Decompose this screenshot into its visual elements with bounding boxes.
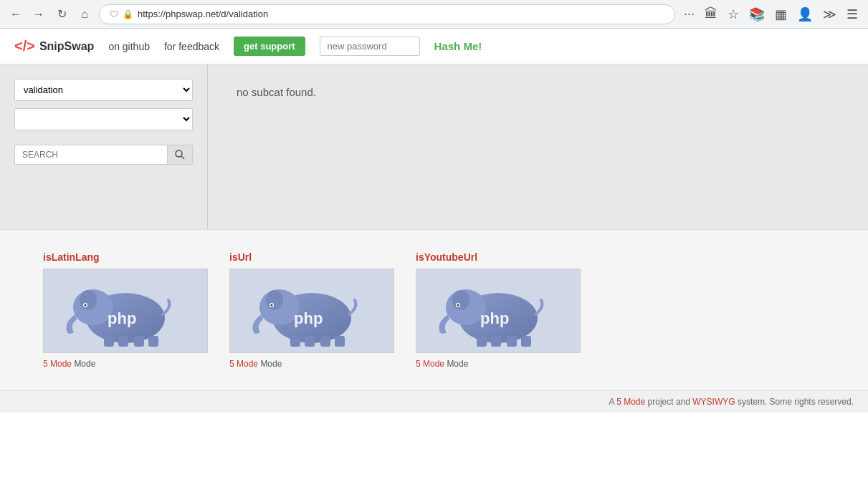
star-icon[interactable]: ☆ (725, 5, 742, 24)
browser-chrome: ← → ↻ ⌂ 🛡 🔒 https://phpswap.net/d/valida… (0, 0, 868, 29)
snippet-card: isUrl (229, 251, 394, 369)
svg-point-6 (85, 304, 87, 307)
svg-rect-8 (118, 336, 128, 347)
svg-rect-19 (320, 336, 330, 347)
footer-text-end: system. Some rights reserved. (738, 397, 854, 407)
php-elephant-svg-2: php (240, 275, 383, 347)
browser-toolbar-icons: ··· 🏛 ☆ 📚 ▦ 👤 ≫ ☰ (681, 5, 861, 24)
footer-text-prefix: A (609, 397, 616, 407)
svg-rect-30 (521, 336, 531, 347)
svg-rect-9 (134, 336, 144, 347)
subcat-select[interactable] (14, 108, 193, 130)
mode-link-is-youtube-url[interactable]: 5 Mode (416, 359, 444, 369)
category-select[interactable]: validation (14, 79, 193, 101)
footer-wysiwyg-link[interactable]: WYSIWYG (692, 397, 735, 407)
reader-view-icon[interactable]: ▦ (772, 5, 790, 24)
svg-rect-18 (305, 336, 315, 347)
svg-rect-29 (507, 336, 517, 347)
logo-text: SnipSwap (39, 40, 94, 53)
reload-button[interactable]: ↻ (53, 6, 70, 23)
library-icon[interactable]: 📚 (746, 5, 768, 24)
svg-rect-17 (290, 336, 300, 347)
forward-button[interactable]: → (30, 6, 47, 23)
snippet-mode-is-youtube-url: 5 Mode Mode (416, 359, 581, 369)
menu-icon[interactable]: ☰ (844, 5, 861, 24)
hash-me-label[interactable]: Hash Me! (434, 40, 482, 52)
mode-link-is-url[interactable]: 5 Mode (229, 359, 258, 369)
more-options-icon[interactable]: ··· (681, 5, 697, 23)
snippet-image-is-latin-lang[interactable]: php (43, 269, 208, 353)
extensions-icon[interactable]: ≫ (820, 5, 839, 24)
snippet-image-is-youtube-url[interactable]: php (416, 269, 581, 353)
main-content: validation no subcat found. (0, 64, 868, 229)
address-bar: 🛡 🔒 https://phpswap.net/d/validation (99, 4, 675, 24)
search-button[interactable] (167, 145, 193, 165)
snippet-mode-is-latin-lang: 5 Mode Mode (43, 359, 208, 369)
svg-rect-7 (104, 336, 114, 347)
svg-text:php: php (108, 309, 136, 327)
svg-point-24 (452, 290, 469, 310)
snippet-card: isLatinLang (43, 251, 208, 369)
bookmarks-icon[interactable]: 🏛 (702, 5, 720, 23)
snippet-mode-is-url: 5 Mode Mode (229, 359, 394, 369)
svg-point-26 (457, 304, 459, 307)
svg-text:php: php (294, 309, 323, 327)
snippet-title-is-url[interactable]: isUrl (229, 251, 394, 263)
url-display[interactable]: https://phpswap.net/d/validation (138, 9, 664, 19)
php-elephant-svg-3: php (426, 275, 570, 347)
shield-icon: 🛡 (110, 9, 118, 19)
footer-mode-link[interactable]: 5 Mode (616, 397, 645, 407)
app-header: </> SnipSwap on github for feedback get … (0, 29, 868, 64)
svg-rect-20 (335, 336, 345, 347)
php-elephant-svg: php (54, 275, 197, 347)
svg-point-14 (266, 290, 283, 310)
svg-line-1 (181, 156, 184, 159)
snippet-title-is-youtube-url[interactable]: isYoutubeUrl (416, 251, 581, 263)
snippet-title-is-latin-lang[interactable]: isLatinLang (43, 251, 208, 263)
footer: A 5 Mode project and WYSIWYG system. Som… (0, 390, 868, 413)
svg-point-4 (80, 290, 97, 310)
svg-rect-28 (491, 336, 501, 347)
snippets-section: isLatinLang (0, 229, 868, 390)
home-button[interactable]: ⌂ (76, 6, 93, 23)
profile-icon[interactable]: 👤 (794, 5, 816, 24)
github-link[interactable]: on github (108, 41, 150, 52)
svg-point-16 (271, 304, 273, 307)
snippet-card: isYoutubeUrl (416, 251, 581, 369)
footer-text-middle: project and (648, 397, 693, 407)
no-subcat-message: no subcat found. (237, 86, 839, 98)
search-row (14, 145, 193, 165)
snippets-grid: isLatinLang (43, 251, 825, 369)
feedback-link[interactable]: for feedback (164, 41, 219, 52)
logo[interactable]: </> SnipSwap (14, 38, 94, 54)
logo-icon: </> (14, 38, 35, 54)
content-area: no subcat found. (208, 64, 868, 229)
get-support-button[interactable]: get support (234, 37, 305, 56)
mode-link-is-latin-lang[interactable]: 5 Mode (43, 359, 72, 369)
snippet-image-is-url[interactable]: php (229, 269, 394, 353)
password-input[interactable] (320, 37, 420, 56)
back-button[interactable]: ← (7, 6, 24, 23)
search-icon (175, 150, 185, 160)
sidebar: validation (0, 64, 208, 229)
svg-rect-27 (477, 336, 487, 347)
svg-point-0 (176, 150, 182, 157)
svg-rect-10 (148, 336, 158, 347)
lock-icon: 🔒 (123, 9, 133, 19)
search-input[interactable] (14, 145, 167, 165)
svg-text:php: php (480, 309, 509, 327)
